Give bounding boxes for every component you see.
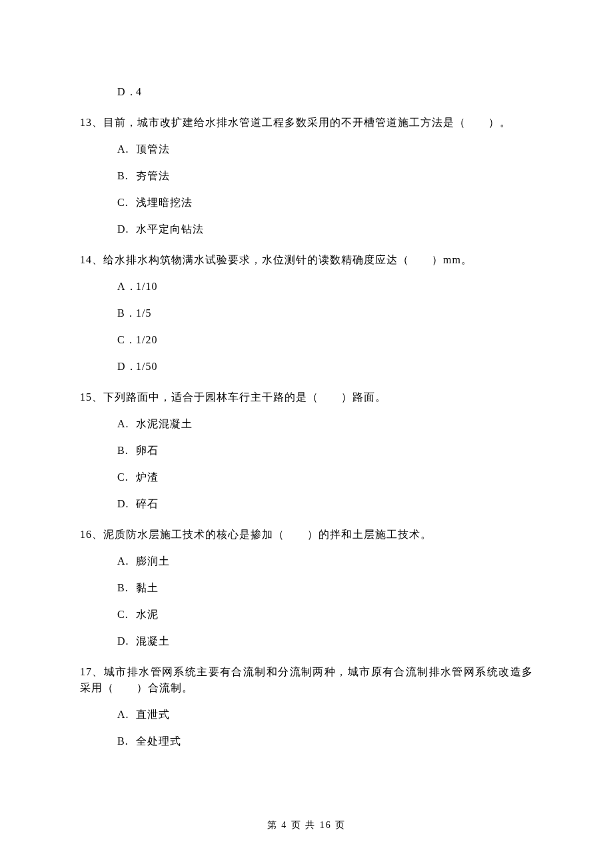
orphan-option-block: D．4 (117, 84, 533, 100)
option-item: A.顶管法 (117, 141, 533, 157)
options-block-13: A.顶管法 B.夯管法 C.浅埋暗挖法 D.水平定向钻法 (117, 141, 533, 237)
question-text: 城市排水管网系统主要有合流制和分流制两种，城市原有合流制排水管网系统改造多采用（… (80, 666, 533, 693)
option-letter: A. (117, 141, 136, 157)
option-letter: C. (117, 469, 136, 485)
option-item: B.黏土 (117, 580, 533, 596)
question-15: 15、下列路面中，适合于园林车行主干路的是（ ）路面。 (80, 389, 533, 405)
question-number: 16、 (80, 529, 103, 540)
option-item: C.浅埋暗挖法 (117, 195, 533, 211)
options-block-17: A.直泄式 B.全处理式 (117, 707, 533, 749)
option-letter: D. (117, 221, 136, 237)
question-text: 给水排水构筑物满水试验要求，水位测针的读数精确度应达（ ）mm。 (103, 254, 472, 265)
option-item: A．1/10 (117, 279, 533, 295)
options-block-14: A．1/10 B．1/5 C．1/20 D．1/50 (117, 279, 533, 375)
option-text: 水泥 (136, 609, 159, 620)
option-letter: D. (117, 496, 136, 512)
option-letter: B. (117, 443, 136, 459)
option-text: 水泥混凝土 (136, 418, 193, 429)
option-letter: B． (117, 305, 136, 321)
option-letter: D. (117, 633, 136, 649)
option-text: 1/20 (136, 334, 157, 345)
option-letter: B. (117, 580, 136, 596)
option-item: C.炉渣 (117, 469, 533, 485)
options-block-16: A.膨润土 B.黏土 C.水泥 D.混凝土 (117, 553, 533, 649)
option-text: 浅埋暗挖法 (136, 197, 193, 208)
option-item: D.水平定向钻法 (117, 221, 533, 237)
option-text: 顶管法 (136, 143, 170, 155)
option-item: D.混凝土 (117, 633, 533, 649)
option-letter: C． (117, 332, 136, 348)
option-item: B.卵石 (117, 443, 533, 459)
question-number: 15、 (80, 391, 103, 403)
option-item: D.碎石 (117, 496, 533, 512)
question-text: 下列路面中，适合于园林车行主干路的是（ ）路面。 (103, 391, 386, 403)
option-text: 混凝土 (136, 635, 170, 647)
option-item: D．4 (117, 84, 533, 100)
option-letter: A． (117, 279, 136, 295)
option-item: A.水泥混凝土 (117, 416, 533, 432)
option-text: 水平定向钻法 (136, 223, 204, 235)
question-number: 17、 (80, 666, 104, 677)
option-text: 黏土 (136, 582, 159, 593)
option-letter: B. (117, 168, 136, 184)
option-letter: A. (117, 553, 136, 569)
option-item: C.水泥 (117, 607, 533, 623)
option-text: 1/50 (136, 361, 157, 372)
question-number: 14、 (80, 254, 103, 265)
question-14: 14、给水排水构筑物满水试验要求，水位测针的读数精确度应达（ ）mm。 (80, 252, 533, 268)
option-text: 炉渣 (136, 471, 159, 483)
options-block-15: A.水泥混凝土 B.卵石 C.炉渣 D.碎石 (117, 416, 533, 512)
option-text: 夯管法 (136, 170, 170, 181)
option-text: 膨润土 (136, 555, 170, 567)
option-letter: B. (117, 733, 136, 749)
option-item: A.膨润土 (117, 553, 533, 569)
option-item: B.夯管法 (117, 168, 533, 184)
option-item: B．1/5 (117, 305, 533, 321)
option-text: 全处理式 (136, 735, 181, 747)
option-item: A.直泄式 (117, 707, 533, 723)
question-13: 13、目前，城市改扩建给水排水管道工程多数采用的不开槽管道施工方法是（ ）。 (80, 115, 533, 131)
option-text: 1/5 (136, 307, 151, 319)
option-item: D．1/50 (117, 359, 533, 375)
option-item: B.全处理式 (117, 733, 533, 749)
option-letter: C. (117, 195, 136, 211)
option-letter: D． (117, 359, 136, 375)
option-letter: A. (117, 707, 136, 723)
question-number: 13、 (80, 117, 103, 128)
option-letter: A. (117, 416, 136, 432)
page-footer: 第 4 页 共 16 页 (0, 818, 613, 832)
question-text: 泥质防水层施工技术的核心是掺加（ ）的拌和土层施工技术。 (103, 529, 432, 540)
option-letter: D． (117, 84, 136, 100)
option-text: 1/10 (136, 281, 157, 292)
option-letter: C. (117, 607, 136, 623)
question-17: 17、城市排水管网系统主要有合流制和分流制两种，城市原有合流制排水管网系统改造多… (80, 664, 533, 696)
question-16: 16、泥质防水层施工技术的核心是掺加（ ）的拌和土层施工技术。 (80, 527, 533, 543)
question-text: 目前，城市改扩建给水排水管道工程多数采用的不开槽管道施工方法是（ ）。 (103, 117, 511, 128)
option-text: 卵石 (136, 445, 159, 456)
option-text: 碎石 (136, 498, 159, 509)
option-item: C．1/20 (117, 332, 533, 348)
option-text: 4 (136, 86, 142, 97)
option-text: 直泄式 (136, 709, 170, 720)
